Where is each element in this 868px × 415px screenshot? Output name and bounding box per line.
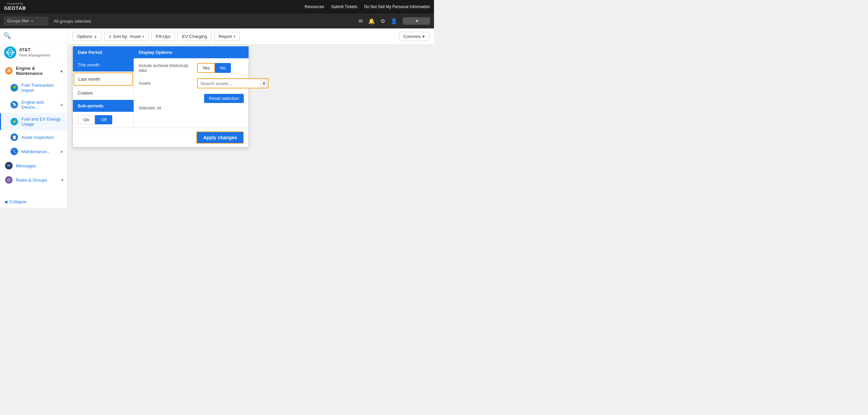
sidebar: 🔍 AT&T Fleet Management ⚙ Engine & Maint…: [0, 28, 68, 208]
header-bar: Groups filter ▾ All groups selected ✉ 🔔 …: [0, 14, 434, 28]
top-nav-links: Resources Submit Tickets Do Not Sell My …: [305, 4, 430, 9]
options-label: Options: [77, 34, 92, 39]
fill-ups-label: Fill-Ups: [156, 34, 171, 39]
collapse-chevron-icon: ◀: [4, 199, 7, 204]
date-option-this-month[interactable]: This month: [73, 58, 134, 72]
sort-by-label: Sort by:: [113, 34, 128, 39]
sidebar-label-fuel-transaction: Fuel Transaction Import: [21, 83, 63, 93]
company-sub: Fleet Management: [19, 53, 50, 58]
chevron-down-rules-icon: ▾: [61, 178, 63, 182]
sidebar-item-engine-device[interactable]: 📡 Engine and Device... ▶: [0, 96, 67, 113]
sort-icon: ≡: [109, 34, 111, 39]
collapse-button[interactable]: ◀ Collapse: [0, 196, 67, 208]
brand-area: Powered by GEOTAB: [4, 2, 26, 11]
wrench-icon: 🔧: [11, 148, 18, 155]
include-archived-row: Include archived (historical) data Yes N…: [139, 63, 244, 73]
content-area: Options ▲ ≡ Sort by: Asset ▾ Fill-Ups EV…: [68, 28, 434, 208]
user-name: [406, 19, 415, 23]
apply-changes-button[interactable]: Apply changes: [196, 131, 244, 144]
att-logo-icon: [6, 48, 15, 57]
reset-selection-button[interactable]: Reset selection: [204, 94, 244, 103]
ev-charging-label: EV Charging: [182, 34, 207, 39]
yes-button[interactable]: Yes: [197, 63, 215, 73]
date-period-header: Date Period: [73, 46, 134, 58]
panel-footer: Apply changes: [73, 128, 249, 147]
sort-chevron-icon: ▾: [142, 35, 144, 38]
date-option-last-month[interactable]: Last month: [74, 72, 133, 86]
sidebar-label-maintenance: Maintenance...: [21, 149, 50, 154]
inspection-icon: 📋: [11, 133, 18, 141]
sidebar-item-fuel-transaction[interactable]: 🧩 Fuel Transaction Import: [0, 79, 67, 96]
columns-chevron-icon: ▾: [422, 34, 425, 39]
user-menu-chevron-icon: ▾: [416, 19, 418, 23]
assets-row: Assets ▾: [139, 78, 244, 88]
sub-periods-header: Sub-periods: [73, 100, 134, 112]
date-period-column: This month Last month Custom Sub-periods…: [73, 58, 134, 128]
panel-header: Date Period Display Options: [73, 46, 249, 58]
assets-label: Assets: [139, 81, 193, 86]
sidebar-label-engine-maintenance: Engine & Maintenance: [16, 66, 56, 76]
sidebar-item-engine-maintenance[interactable]: ⚙ Engine & Maintenance ▲: [0, 62, 67, 79]
no-button[interactable]: No: [215, 63, 231, 73]
submit-tickets-link[interactable]: Submit Tickets: [331, 4, 357, 9]
att-logo: [4, 46, 16, 59]
fill-ups-button[interactable]: Fill-Ups: [151, 32, 175, 41]
all-groups-text: All groups selected: [54, 19, 91, 24]
sub-periods-off-button[interactable]: Off: [95, 115, 112, 124]
columns-button[interactable]: Columns ▾: [399, 32, 429, 41]
bell-icon[interactable]: 🔔: [368, 18, 375, 24]
sidebar-item-rules-groups[interactable]: ⊙ Rules & Groups ▾: [0, 173, 67, 187]
main-layout: 🔍 AT&T Fleet Management ⚙ Engine & Maint…: [0, 28, 434, 208]
chevron-up-icon: ▲: [60, 69, 63, 73]
options-panel: Date Period Display Options This month L…: [73, 46, 249, 147]
sort-by-button[interactable]: ≡ Sort by: Asset ▾: [104, 32, 149, 41]
assets-search-wrapper[interactable]: ▾: [197, 78, 269, 88]
sidebar-label-asset-inspection: Asset Inspection: [21, 135, 54, 140]
groups-filter-label: Groups filter: [7, 19, 29, 23]
resources-link[interactable]: Resources: [305, 4, 324, 9]
toolbar-right: Columns ▾: [399, 32, 429, 41]
puzzle-icon: 🧩: [11, 84, 18, 91]
do-not-sell-link[interactable]: Do Not Sell My Personal Information: [364, 4, 430, 9]
include-archived-label: Include archived (historical) data: [139, 63, 193, 73]
user-menu-button[interactable]: ▾: [403, 17, 430, 25]
sidebar-item-asset-inspection[interactable]: 📋 Asset Inspection: [0, 130, 67, 144]
assets-search-input[interactable]: [198, 79, 260, 88]
selected-info: Selected: All: [139, 106, 244, 110]
gear-icon[interactable]: ⚙: [380, 18, 385, 24]
toolbar: Options ▲ ≡ Sort by: Asset ▾ Fill-Ups EV…: [68, 28, 434, 45]
assets-dropdown-chevron-icon[interactable]: ▾: [260, 79, 268, 88]
report-button[interactable]: Report ▾: [214, 32, 240, 41]
rules-icon: ⊙: [5, 176, 13, 184]
sub-periods-on-button[interactable]: On: [78, 115, 95, 124]
sidebar-item-fuel-ev[interactable]: ⚡ Fuel and EV Energy Usage: [0, 113, 67, 130]
engine-icon: ⚙: [5, 67, 13, 75]
sidebar-label-engine-device: Engine and Device...: [21, 100, 57, 110]
brand-name: GEOTAB: [4, 6, 26, 11]
options-chevron-icon: ▲: [94, 35, 97, 38]
search-icon[interactable]: 🔍: [3, 32, 11, 39]
top-navigation: Powered by GEOTAB Resources Submit Ticke…: [0, 0, 434, 14]
options-button[interactable]: Options ▲: [73, 32, 102, 41]
chevron-right-icon: ▶: [61, 103, 63, 107]
sidebar-item-messages[interactable]: ✉ Messages: [0, 159, 67, 173]
sidebar-item-maintenance[interactable]: 🔧 Maintenance... ▶: [0, 144, 67, 159]
geotab-logo: Powered by GEOTAB: [4, 2, 26, 11]
sub-periods-toggle: On Off: [73, 112, 134, 128]
company-name: AT&T: [19, 47, 50, 53]
display-options-column: Include archived (historical) data Yes N…: [134, 58, 249, 128]
mail-icon[interactable]: ✉: [358, 18, 363, 24]
sidebar-logo-text: AT&T Fleet Management: [19, 47, 50, 58]
columns-label: Columns: [403, 34, 421, 39]
header-icons: ✉ 🔔 ⚙ 👤 ▾: [358, 17, 430, 25]
sidebar-label-fuel-ev: Fuel and EV Energy Usage: [21, 117, 63, 127]
date-option-custom[interactable]: Custom: [73, 86, 134, 100]
message-icon: ✉: [5, 162, 13, 169]
user-icon[interactable]: 👤: [391, 18, 397, 24]
yes-no-group: Yes No: [197, 63, 231, 73]
sidebar-label-messages: Messages: [16, 163, 36, 168]
ev-charging-button[interactable]: EV Charging: [178, 32, 212, 41]
groups-filter-button[interactable]: Groups filter ▾: [4, 17, 48, 25]
report-chevron-icon: ▾: [234, 35, 235, 38]
sidebar-search-area[interactable]: 🔍: [0, 28, 67, 43]
